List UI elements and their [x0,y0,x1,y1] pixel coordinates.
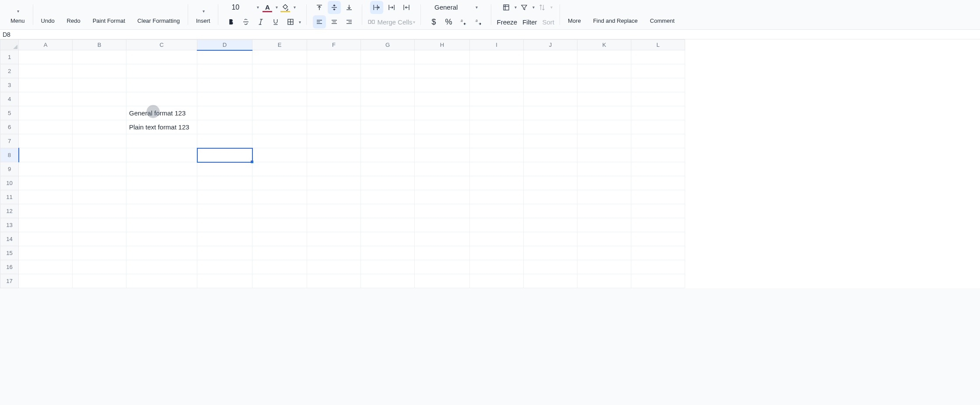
cell-C7[interactable] [126,134,197,148]
percent-button[interactable]: % [442,15,455,28]
column-header-E[interactable]: E [252,40,307,50]
column-header-F[interactable]: F [307,40,361,50]
row-header-12[interactable]: 12 [0,204,19,218]
cell-E13[interactable] [252,218,307,232]
cell-D11[interactable] [197,190,252,204]
cell-B15[interactable] [73,246,126,260]
cell-K13[interactable] [578,218,631,232]
cell-C8[interactable] [126,148,197,162]
cell-A2[interactable] [19,64,73,78]
valign-top-button[interactable] [313,1,326,14]
cell-F4[interactable] [307,92,361,106]
strikethrough-button[interactable] [239,15,252,28]
cell-F9[interactable] [307,162,361,176]
cell-K2[interactable] [578,64,631,78]
cell-B3[interactable] [73,78,126,92]
cell-L6[interactable] [631,120,685,134]
cell-J17[interactable] [524,274,578,288]
cell-G15[interactable] [361,246,415,260]
cell-K17[interactable] [578,274,631,288]
cell-A7[interactable] [19,134,73,148]
filter-icon-button[interactable] [518,1,531,14]
cell-D8[interactable] [197,148,252,162]
cell-G7[interactable] [361,134,415,148]
valign-bottom-button[interactable] [343,1,356,14]
cell-J14[interactable] [524,232,578,246]
select-all-corner[interactable] [0,40,19,50]
row-header-7[interactable]: 7 [0,134,19,148]
cell-F6[interactable] [307,120,361,134]
cell-D2[interactable] [197,64,252,78]
cell-F5[interactable] [307,106,361,120]
cell-B13[interactable] [73,218,126,232]
cell-I11[interactable] [470,190,524,204]
cell-B6[interactable] [73,120,126,134]
font-size-selector[interactable]: ▾ [229,2,260,13]
cell-H17[interactable] [415,274,470,288]
row-header-15[interactable]: 15 [0,246,19,260]
cell-B8[interactable] [73,148,126,162]
undo-button[interactable]: Undo [38,4,57,25]
cell-E8[interactable] [252,148,307,162]
cell-B12[interactable] [73,204,126,218]
cell-B2[interactable] [73,64,126,78]
cell-A1[interactable] [19,50,73,64]
cell-I10[interactable] [470,176,524,190]
cell-C1[interactable] [126,50,197,64]
cell-D3[interactable] [197,78,252,92]
font-color-button[interactable]: A [261,1,274,14]
cell-K16[interactable] [578,260,631,274]
cell-F13[interactable] [307,218,361,232]
cell-I8[interactable] [470,148,524,162]
cell-E11[interactable] [252,190,307,204]
cell-I2[interactable] [470,64,524,78]
cell-H4[interactable] [415,92,470,106]
cell-L3[interactable] [631,78,685,92]
cell-E7[interactable] [252,134,307,148]
currency-button[interactable]: $ [427,15,440,28]
cell-K6[interactable] [578,120,631,134]
cell-A12[interactable] [19,204,73,218]
column-header-C[interactable]: C [126,40,197,50]
cell-L5[interactable] [631,106,685,120]
cell-E1[interactable] [252,50,307,64]
cell-G8[interactable] [361,148,415,162]
cell-A17[interactable] [19,274,73,288]
cell-A8[interactable] [19,148,73,162]
cell-A15[interactable] [19,246,73,260]
cell-I16[interactable] [470,260,524,274]
cell-C13[interactable] [126,218,197,232]
cell-C14[interactable] [126,232,197,246]
cell-L9[interactable] [631,162,685,176]
spreadsheet-grid[interactable]: ABCDEFGHIJKL12345General format 1236Plai… [0,39,980,288]
cell-G2[interactable] [361,64,415,78]
cell-K15[interactable] [578,246,631,260]
cell-C3[interactable] [126,78,197,92]
column-header-G[interactable]: G [361,40,415,50]
cell-I3[interactable] [470,78,524,92]
cell-G14[interactable] [361,232,415,246]
cell-F14[interactable] [307,232,361,246]
cell-K10[interactable] [578,176,631,190]
cell-A5[interactable] [19,106,73,120]
cell-H8[interactable] [415,148,470,162]
cell-I1[interactable] [470,50,524,64]
cell-G1[interactable] [361,50,415,64]
cell-B14[interactable] [73,232,126,246]
column-header-D[interactable]: D [197,40,252,50]
column-header-L[interactable]: L [631,40,685,50]
chevron-down-icon[interactable]: ▾ [294,5,296,10]
cell-I6[interactable] [470,120,524,134]
cell-D7[interactable] [197,134,252,148]
comment-button[interactable]: Comment [648,4,677,25]
cell-H14[interactable] [415,232,470,246]
cell-J15[interactable] [524,246,578,260]
number-format-select[interactable]: General ▾ [431,1,481,14]
more-button[interactable]: More [565,4,584,25]
cell-A9[interactable] [19,162,73,176]
clear-formatting-button[interactable]: Clear Formatting [135,4,182,25]
cell-D10[interactable] [197,176,252,190]
cell-E12[interactable] [252,204,307,218]
cell-I17[interactable] [470,274,524,288]
cell-K5[interactable] [578,106,631,120]
